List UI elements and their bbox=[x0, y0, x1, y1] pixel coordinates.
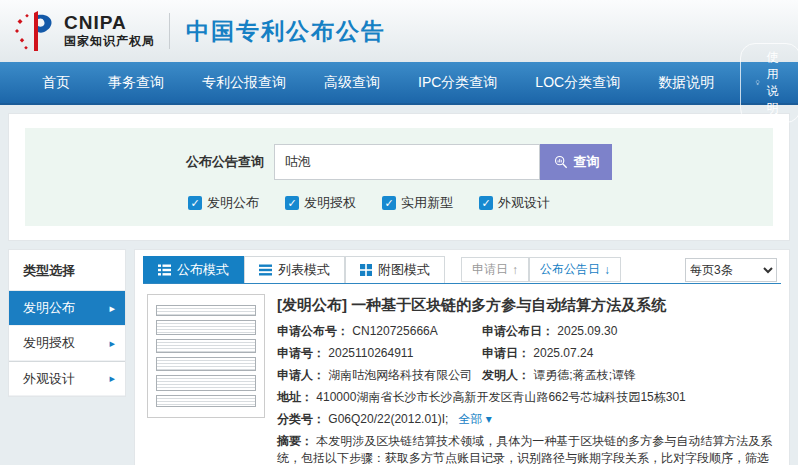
header-divider bbox=[169, 13, 170, 49]
chevron-right-icon: ▸ bbox=[109, 372, 115, 385]
field-applicant: 申请人： 湖南咕泡网络科技有限公司 bbox=[277, 367, 482, 384]
nav-item-ipc-search[interactable]: IPC分类查询 bbox=[406, 74, 509, 92]
nav-item-advanced-search[interactable]: 高级查询 bbox=[312, 74, 392, 92]
field-label: 申请人： bbox=[277, 368, 325, 382]
patent-title[interactable]: [发明公布] 一种基于区块链的多方参与自动结算方法及系统 bbox=[277, 296, 777, 315]
chevron-right-icon: ▸ bbox=[109, 337, 115, 350]
field-value: 谭勇德;蒋孟枝;谭锋 bbox=[533, 368, 636, 382]
site-title: 中国专利公布公告 bbox=[186, 16, 386, 47]
tab-label: 附图模式 bbox=[378, 261, 430, 279]
patent-details: [发明公布] 一种基于区块链的多方参与自动结算方法及系统 申请公布号： CN12… bbox=[277, 294, 777, 465]
field-label: 发明人： bbox=[482, 368, 530, 382]
field-label: 分类号： bbox=[277, 412, 325, 426]
checkbox-label: 实用新型 bbox=[401, 194, 453, 212]
nav-item-data-notes[interactable]: 数据说明 bbox=[646, 74, 726, 92]
search-button[interactable]: 查询 bbox=[540, 144, 612, 180]
grid-icon bbox=[360, 264, 372, 276]
checkbox-design[interactable]: ✓ 外观设计 bbox=[479, 194, 550, 212]
patent-field-grid: 申请公布号： CN120725666A 申请公布日： 2025.09.30 申请… bbox=[277, 323, 777, 384]
field-publication-number: 申请公布号： CN120725666A bbox=[277, 323, 482, 340]
usage-help-label: 使用说明 bbox=[766, 49, 786, 117]
field-value: 2025.07.24 bbox=[533, 346, 593, 360]
flowchart-box bbox=[156, 339, 256, 353]
cnipa-logo-icon bbox=[14, 9, 60, 53]
abstract-text: 本发明涉及区块链结算技术领域，具体为一种基于区块链的多方参与自动结算方法及系统，… bbox=[277, 434, 772, 465]
nav-item-loc-search[interactable]: LOC分类查询 bbox=[523, 74, 632, 92]
page-size-select[interactable]: 每页3条 bbox=[685, 258, 777, 282]
sidebar-item-label: 发明授权 bbox=[23, 334, 75, 352]
search-label: 公布公告查询 bbox=[186, 153, 264, 171]
flowchart-box bbox=[156, 320, 256, 336]
tab-label: 列表模式 bbox=[278, 261, 330, 279]
field-label: 申请日： bbox=[482, 346, 530, 360]
arrow-up-icon: ↑ bbox=[512, 263, 518, 277]
patent-type-filters: ✓ 发明公布 ✓ 发明授权 ✓ 实用新型 ✓ 外观设计 bbox=[0, 194, 763, 212]
search-card: 公布公告查询 查询 ✓ 发明公布 bbox=[8, 113, 790, 241]
field-address: 地址： 410000湖南省长沙市长沙高新开发区青山路662号芯城科技园15栋30… bbox=[277, 389, 777, 406]
classification-expand-link[interactable]: 全部 ▾ bbox=[458, 412, 491, 426]
lightbulb-icon bbox=[755, 76, 760, 89]
field-filing-date: 申请日： 2025.07.24 bbox=[482, 345, 777, 362]
field-label: 申请公布日： bbox=[482, 324, 554, 338]
sidebar-item-label: 发明公布 bbox=[23, 299, 75, 317]
nav-item-home[interactable]: 首页 bbox=[30, 74, 82, 92]
checkbox-invention-grant[interactable]: ✓ 发明授权 bbox=[285, 194, 356, 212]
sort-label: 申请日 bbox=[472, 261, 508, 278]
patent-category-tag: [发明公布] bbox=[277, 296, 347, 313]
field-label: 地址： bbox=[277, 390, 313, 404]
flowchart-box bbox=[156, 357, 256, 371]
checkbox-label: 发明授权 bbox=[304, 194, 356, 212]
checkbox-checked-icon: ✓ bbox=[285, 196, 299, 210]
sidebar-item-label: 外观设计 bbox=[23, 370, 75, 388]
results-toolbar: 公布模式 列表模式 附图模式 bbox=[143, 256, 781, 284]
tab-list-mode[interactable]: 列表模式 bbox=[244, 256, 345, 283]
top-header: CNIPA 国家知识产权局 中国专利公布公告 bbox=[0, 0, 798, 62]
logo-text: CNIPA 国家知识产权局 bbox=[64, 13, 155, 50]
tab-label: 公布模式 bbox=[177, 261, 229, 279]
sidebar-item-design[interactable]: 外观设计 ▸ bbox=[9, 361, 125, 396]
tab-publication-mode[interactable]: 公布模式 bbox=[143, 256, 244, 283]
field-value: CN120725666A bbox=[352, 324, 437, 338]
arrow-down-icon: ↓ bbox=[604, 263, 610, 277]
patent-result-item: [发明公布] 一种基于区块链的多方参与自动结算方法及系统 申请公布号： CN12… bbox=[143, 284, 781, 465]
field-value: 2025.09.30 bbox=[557, 324, 617, 338]
checkbox-utility-model[interactable]: ✓ 实用新型 bbox=[382, 194, 453, 212]
checkbox-invention-publication[interactable]: ✓ 发明公布 bbox=[188, 194, 259, 212]
field-value: 湖南咕泡网络科技有限公司 bbox=[328, 368, 472, 382]
field-value: G06Q20/22(2012.01)I; bbox=[328, 412, 448, 426]
search-panel: 公布公告查询 查询 ✓ 发明公布 bbox=[25, 128, 773, 226]
checkbox-checked-icon: ✓ bbox=[479, 196, 493, 210]
sidebar-item-invention-grant[interactable]: 发明授权 ▸ bbox=[9, 326, 125, 361]
list-icon bbox=[259, 264, 272, 276]
cnipa-logo: CNIPA 国家知识产权局 bbox=[14, 9, 155, 53]
logo-acronym: CNIPA bbox=[64, 13, 155, 33]
patent-drawing-thumbnail[interactable] bbox=[147, 294, 265, 418]
sort-by-filing-date[interactable]: 申请日 ↑ bbox=[461, 257, 529, 282]
detail-list-icon bbox=[158, 264, 171, 276]
main-nav: 首页 事务查询 专利公报查询 高级查询 IPC分类查询 LOC分类查询 数据说明… bbox=[0, 62, 798, 105]
field-value: 410000湖南省长沙市长沙高新开发区青山路662号芯城科技园15栋301 bbox=[316, 390, 685, 404]
tab-figure-mode[interactable]: 附图模式 bbox=[345, 256, 445, 283]
field-label: 申请公布号： bbox=[277, 324, 349, 338]
sidebar-item-invention-publication[interactable]: 发明公布 ▸ bbox=[9, 291, 125, 326]
field-application-number: 申请号： 2025110264911 bbox=[277, 345, 482, 362]
usage-help-button[interactable]: 使用说明 bbox=[740, 43, 798, 123]
field-value: 2025110264911 bbox=[328, 346, 413, 360]
sort-label: 公布公告日 bbox=[540, 261, 600, 278]
sort-by-publication-date[interactable]: 公布公告日 ↓ bbox=[529, 257, 621, 282]
nav-item-gazette-search[interactable]: 专利公报查询 bbox=[190, 74, 298, 92]
chevron-down-icon: ▾ bbox=[486, 412, 492, 426]
abstract-label: 摘要： bbox=[277, 434, 313, 448]
type-filter-sidebar: 类型选择 发明公布 ▸ 发明授权 ▸ 外观设计 ▸ bbox=[8, 249, 126, 397]
nav-item-transaction-search[interactable]: 事务查询 bbox=[96, 74, 176, 92]
search-row: 公布公告查询 查询 bbox=[35, 144, 763, 180]
search-input[interactable] bbox=[274, 144, 540, 180]
results-panel: 公布模式 列表模式 附图模式 bbox=[134, 249, 790, 465]
sort-controls: 申请日 ↑ 公布公告日 ↓ bbox=[461, 257, 621, 282]
page-body: 公布公告查询 查询 ✓ 发明公布 bbox=[0, 105, 798, 465]
field-publication-date: 申请公布日： 2025.09.30 bbox=[482, 323, 777, 340]
patent-title-text: 一种基于区块链的多方参与自动结算方法及系统 bbox=[351, 296, 666, 313]
checkbox-checked-icon: ✓ bbox=[188, 196, 202, 210]
logo-subtitle: 国家知识产权局 bbox=[64, 33, 155, 50]
chevron-right-icon: ▸ bbox=[109, 302, 115, 315]
